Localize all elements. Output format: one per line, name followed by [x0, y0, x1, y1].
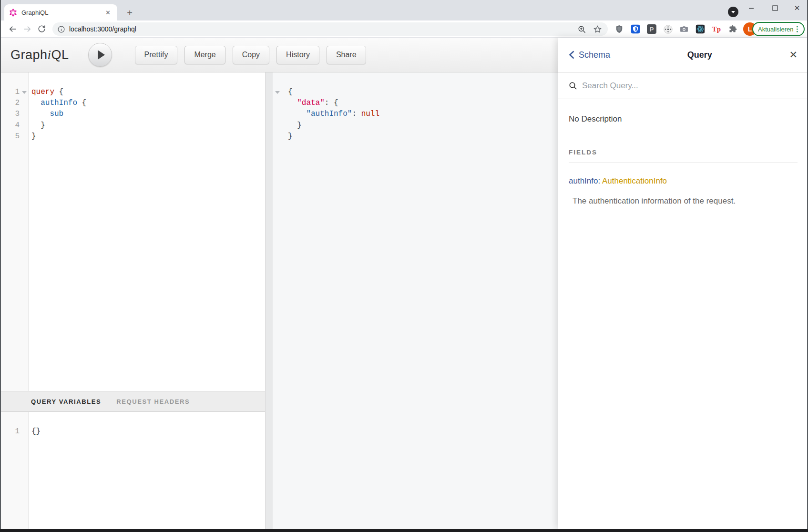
- graphiql-logo: GraphiQL: [10, 48, 69, 62]
- field-description: The authentication information of the re…: [569, 196, 798, 206]
- doc-explorer-header: Schema Query ✕: [558, 38, 808, 72]
- field-name-link[interactable]: authInfo: [569, 176, 598, 185]
- prettify-button[interactable]: Prettify: [135, 46, 178, 64]
- update-label: Aktualisieren: [758, 26, 793, 33]
- window-maximize-button[interactable]: [767, 2, 783, 14]
- share-button[interactable]: Share: [327, 46, 366, 64]
- url-text[interactable]: localhost:3000/graphql: [69, 25, 577, 33]
- window-minimize-button[interactable]: [744, 2, 759, 14]
- query-code[interactable]: query { authInfo { sub } }: [29, 72, 265, 391]
- reload-button[interactable]: [34, 22, 49, 36]
- play-icon: [98, 50, 105, 60]
- chrome-update-button[interactable]: Aktualisieren ⋮: [752, 22, 805, 36]
- fold-arrow-icon[interactable]: [22, 91, 27, 94]
- window-close-button[interactable]: ✕: [789, 2, 805, 14]
- result-pane[interactable]: { "data": { "authInfo": null } }: [273, 72, 558, 529]
- forward-button[interactable]: [20, 22, 34, 36]
- react-devtools-icon[interactable]: [695, 23, 706, 35]
- fields-heading: FIELDS: [569, 149, 798, 163]
- move-crosshair-icon[interactable]: [662, 23, 674, 35]
- result-json: { "data": { "authInfo": null } }: [288, 72, 558, 142]
- tab-close-icon[interactable]: ✕: [103, 8, 113, 17]
- graphiql-header: GraphiQL Prettify Merge Copy History Sha…: [0, 38, 558, 72]
- new-tab-button[interactable]: +: [123, 6, 136, 20]
- extensions-row: P Tp L: [614, 22, 757, 36]
- type-description: No Description: [569, 114, 798, 124]
- merge-button[interactable]: Merge: [184, 46, 225, 64]
- camera-icon[interactable]: [678, 23, 690, 35]
- tab-title: GraphiQL: [21, 9, 103, 16]
- search-icon: [569, 82, 577, 90]
- puzzle-icon[interactable]: [727, 23, 738, 35]
- doc-search: [558, 72, 808, 99]
- doc-back-label: Schema: [579, 50, 610, 60]
- bitwarden-shield-icon[interactable]: [630, 23, 641, 35]
- window-edge-bottom: [0, 529, 808, 532]
- ublock-shield-icon[interactable]: [614, 23, 625, 35]
- query-editor[interactable]: 1 2 3 4 5 query { authInfo { sub } }: [0, 72, 265, 391]
- field-item: authInfo: AuthenticationInfo: [569, 176, 798, 186]
- zoom-in-icon[interactable]: [577, 25, 586, 34]
- site-info-icon[interactable]: [57, 25, 65, 33]
- back-button[interactable]: [6, 22, 20, 36]
- url-path: /graphql: [112, 25, 136, 33]
- doc-title: Query: [687, 50, 712, 60]
- copy-button[interactable]: Copy: [233, 46, 269, 64]
- url-host: localhost:3000: [69, 25, 112, 33]
- chevron-down-icon: [731, 11, 735, 13]
- tab-query-variables[interactable]: QUERY VARIABLES: [31, 398, 101, 405]
- history-button[interactable]: History: [276, 46, 319, 64]
- chrome-menu-icon[interactable]: ⋮: [794, 27, 801, 31]
- url-bar[interactable]: localhost:3000/graphql: [52, 22, 608, 36]
- browser-toolbar: localhost:3000/graphql: [0, 20, 808, 38]
- variables-tab-bar: QUERY VARIABLES REQUEST HEADERS: [0, 391, 265, 412]
- browser-window: GraphiQL ✕ + ✕ localhost:3: [0, 0, 808, 532]
- field-type-link[interactable]: AuthenticationInfo: [602, 176, 667, 185]
- fold-arrow-icon[interactable]: [275, 91, 280, 94]
- tampermonkey-tp-icon[interactable]: Tp: [711, 23, 722, 35]
- chevron-left-icon: [569, 51, 575, 59]
- doc-close-icon[interactable]: ✕: [789, 49, 798, 61]
- line-number-gutter: 1 2 3 4 5: [0, 72, 29, 391]
- execute-button[interactable]: [88, 43, 112, 67]
- variables-editor[interactable]: 1 {}: [0, 412, 265, 529]
- tab-search-button[interactable]: [728, 7, 738, 17]
- doc-back-link[interactable]: Schema: [569, 50, 610, 60]
- doc-search-input[interactable]: [582, 81, 725, 91]
- tab-strip: GraphiQL ✕ + ✕: [0, 0, 808, 20]
- p-badge-icon[interactable]: P: [646, 23, 657, 35]
- window-edge-left: [0, 0, 1, 529]
- doc-explorer: Schema Query ✕ No Description FIELDS aut…: [558, 38, 808, 529]
- bookmark-star-icon[interactable]: [593, 25, 602, 34]
- pane-resize-handle[interactable]: [265, 72, 273, 529]
- browser-tab[interactable]: GraphiQL ✕: [4, 4, 117, 20]
- tab-request-headers[interactable]: REQUEST HEADERS: [116, 398, 190, 405]
- doc-body: No Description FIELDS authInfo: Authenti…: [558, 114, 808, 206]
- variables-gutter: 1: [0, 412, 29, 529]
- graphql-favicon-icon: [9, 9, 17, 17]
